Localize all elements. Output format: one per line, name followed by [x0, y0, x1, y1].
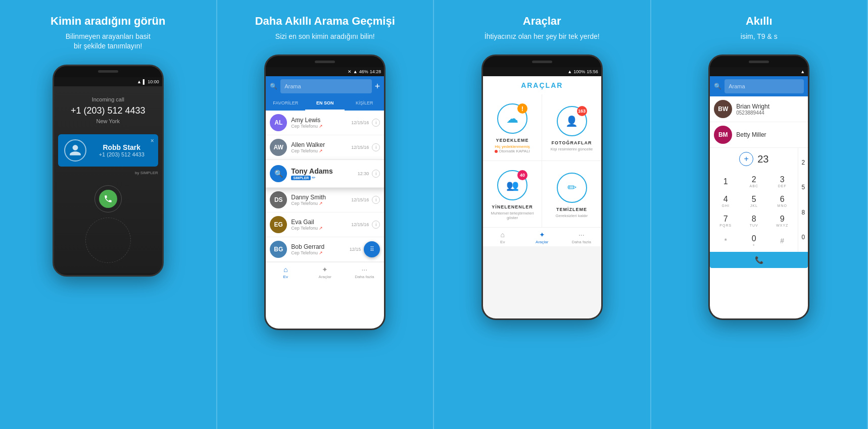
nav-tools-3[interactable]: ✦ Araçlar — [522, 231, 562, 244]
add-circle-btn[interactable]: + — [739, 152, 753, 166]
bottom-action-bar[interactable]: 📞 — [710, 252, 808, 268]
table-row[interactable]: BW Brian Wright 0523889444 — [710, 96, 808, 122]
contact-info: Brian Wright 0523889444 — [736, 103, 804, 116]
nav-tools[interactable]: ✦ Araçlar — [305, 265, 345, 279]
contact-name: Eva Gail — [291, 219, 351, 226]
dial-key-hash[interactable]: # — [768, 231, 796, 250]
panel2-subtitle: Sizi en son kimin aradığını bilin! — [255, 32, 395, 42]
by-simpler-label: by SIMPLER — [54, 171, 162, 175]
more-icon-3: ··· — [578, 231, 585, 239]
tools-grid: ☁ ! YEDEKLEME Hiç yedeklenmemiş Otomatik… — [483, 94, 601, 227]
side-num-8: 8 — [801, 209, 805, 216]
caller-name: Robb Stark — [91, 143, 152, 151]
trending-icon: ↗ — [319, 148, 323, 153]
contact-name: Danny Smith — [291, 194, 351, 201]
table-row[interactable]: DS Danny Smith Cep Telefonu ↗ 12/15/16 i — [266, 188, 384, 212]
tab-contacts[interactable]: KİŞİLER — [345, 96, 384, 111]
dial-key-star[interactable]: * — [712, 231, 739, 250]
info-icon[interactable]: i — [372, 143, 380, 151]
fab-button[interactable]: ⠿ — [364, 241, 380, 257]
contact-info: Amy Lewis Cep Telefonu ↗ — [291, 117, 351, 129]
trending-icon: ↗ — [319, 124, 323, 129]
phone-device-4: ▲ 🔍 Arama BW Brian Wright 0523889444 — [708, 55, 809, 320]
incoming-label: Incoming call — [54, 96, 162, 102]
panel4-title: Akıllı — [741, 14, 778, 29]
table-row[interactable]: BM Betty Miller — [710, 122, 808, 148]
table-row[interactable]: 🔍 Tony Adams SIMPLER ✏ 12:30 i — [264, 160, 385, 188]
add-number-row: + 23 — [710, 148, 798, 170]
table-row[interactable]: BG Bob Gerrard Cep Telefonu ↗ 12/15 ⠿ — [266, 237, 384, 262]
tool-backup[interactable]: ☁ ! YEDEKLEME Hiç yedeklenmemiş Otomatik… — [483, 94, 542, 160]
dial-key-1[interactable]: 1 — [712, 172, 739, 191]
contact-sub: Cep Telefonu ↗ — [291, 226, 351, 231]
info-icon[interactable]: i — [372, 170, 380, 178]
signal-icon-2: ▲ — [353, 69, 358, 74]
dialer-side-numbers: 2 5 8 0 — [798, 148, 808, 252]
tool-clean[interactable]: ✏ TEMİZLEME Gereksizleri kaldır — [542, 161, 601, 227]
badge-duplicates: 40 — [517, 170, 527, 180]
add-contact-btn[interactable]: + — [375, 81, 380, 92]
time-display-2: 14:28 — [370, 69, 381, 74]
dial-key-7[interactable]: 7 PQRS — [712, 211, 739, 230]
search-avatar: 🔍 — [270, 165, 287, 182]
dial-key-6[interactable]: 6 MNO — [768, 192, 796, 210]
side-num-2: 2 — [801, 159, 805, 166]
phone-top-bar-4 — [710, 56, 808, 67]
panel2-header: Daha Akıllı Arama Geçmişi Sizi en son ki… — [245, 0, 405, 49]
tab-favorites[interactable]: FAVORİLER — [266, 96, 305, 111]
tools-header: ARAÇLAR — [483, 76, 601, 94]
info-icon[interactable]: i — [372, 119, 380, 127]
tool-photos[interactable]: 👤 163 FOTOĞRAFLAR Kişi resimlerini günce… — [542, 94, 601, 160]
tools-icon: ✦ — [322, 265, 328, 274]
tool-name-clean: TEMİZLEME — [556, 207, 587, 212]
info-icon[interactable]: i — [372, 196, 380, 204]
avatar: BG — [270, 241, 287, 258]
info-icon[interactable]: i — [372, 221, 380, 229]
dial-key-5[interactable]: 5 JKL — [740, 192, 767, 210]
contact-name: Tony Adams — [291, 167, 357, 175]
trending-icon: ↗ — [319, 250, 323, 255]
contact-info: Betty Miller — [736, 131, 804, 138]
dialer-area: + 23 1 2 ABC — [710, 148, 808, 252]
tool-duplicates[interactable]: 👥 40 YİNELENENLER Muhtemel birleştirmele… — [483, 161, 542, 227]
home-icon: ⌂ — [283, 265, 287, 274]
contact-time: 12/15/16 — [351, 222, 369, 227]
nav-home-3[interactable]: ⌂ Ev — [483, 231, 522, 244]
contact-time: 12/15/16 — [351, 145, 369, 150]
dial-key-9[interactable]: 9 WXYZ — [768, 211, 796, 230]
nav-more[interactable]: ··· Daha fazla — [345, 265, 384, 279]
dial-key-8[interactable]: 8 TUV — [740, 211, 767, 230]
contact-sub: SIMPLER ✏ — [291, 175, 357, 180]
contact-info: Eva Gail Cep Telefonu ↗ — [291, 219, 351, 231]
nav-home[interactable]: ⌂ Ev — [266, 265, 305, 279]
tools-screen-title: ARAÇLAR — [521, 81, 563, 89]
panel1-subtitle: Bilinmeyen arayanları basitbir şekilde t… — [51, 32, 165, 51]
search-field-4[interactable]: Arama — [725, 79, 804, 93]
avatar: DS — [270, 191, 287, 208]
tool-name-photos: FOTOĞRAFLAR — [552, 140, 592, 145]
dial-key-3[interactable]: 3 DEF — [768, 172, 796, 191]
table-row[interactable]: EG Eva Gail Cep Telefonu ↗ 12/15/16 i — [266, 212, 384, 237]
call-history-screen: 🔍 Arama + FAVORİLER EN SON KİŞİLER AL — [266, 76, 384, 329]
nav-more-3[interactable]: ··· Daha fazla — [562, 231, 601, 244]
dial-key-2[interactable]: 2 ABC — [740, 172, 767, 191]
dial-key-4[interactable]: 4 GHI — [712, 192, 739, 210]
table-row[interactable]: AW Allen Walker Cep Telefonu ↗ 12/15/16 … — [266, 135, 384, 160]
panel1-title: Kimin aradığını görün — [51, 14, 165, 29]
dial-key-0[interactable]: 0 + — [740, 231, 767, 250]
status-bar-2: ✕ ▲ 46% 14:28 — [266, 67, 384, 76]
tool-sub-photos: Kişi resimlerini güncelle — [551, 147, 593, 151]
tool-circle-duplicates: 👥 40 — [497, 170, 527, 200]
search-field-2[interactable]: Arama — [280, 79, 371, 93]
panel2-title: Daha Akıllı Arama Geçmişi — [255, 14, 395, 29]
table-row[interactable]: AL Amy Lewis Cep Telefonu ↗ 12/15/16 i — [266, 111, 384, 135]
trending-icon: ↗ — [319, 226, 323, 231]
simpler-badge: SIMPLER — [291, 176, 311, 180]
popup-close-btn[interactable]: × — [151, 137, 154, 144]
avatar: AL — [270, 114, 287, 131]
answer-button[interactable] — [99, 190, 117, 208]
tab-recent[interactable]: EN SON — [305, 96, 345, 111]
phone-device-2: ✕ ▲ 46% 14:28 🔍 Arama + FAVORİLER EN SON… — [264, 55, 385, 330]
contact-name: Allen Walker — [291, 141, 351, 148]
panel-tools: Araçlar İhtiyacınız olan her şey bir tek… — [434, 0, 651, 429]
